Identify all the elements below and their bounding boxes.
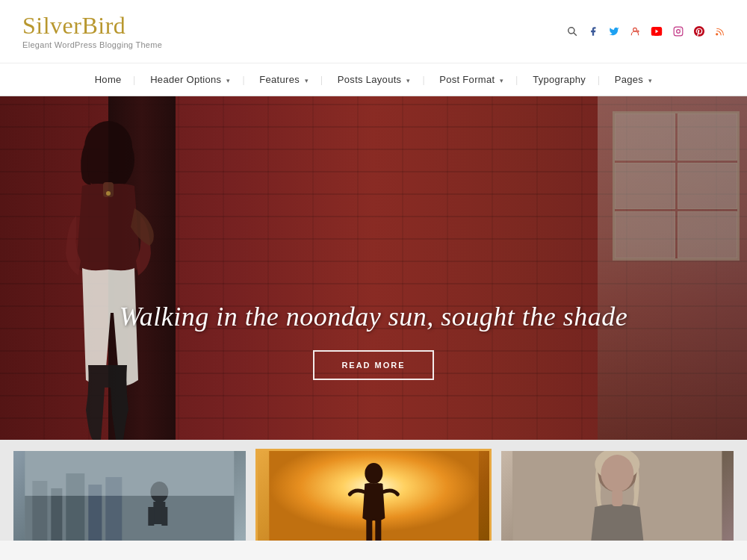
search-icon[interactable] xyxy=(567,26,577,37)
thumbnail-card-1[interactable] xyxy=(13,451,246,541)
nav-link-post-format[interactable]: Post Format ▾ xyxy=(427,63,515,96)
nav-item-header-options: Header Options ▾ xyxy=(134,63,243,96)
twitter-icon[interactable] xyxy=(609,26,619,37)
pinterest-icon[interactable] xyxy=(694,26,704,37)
youtube-icon[interactable] xyxy=(651,27,663,36)
svg-point-0 xyxy=(568,28,574,34)
window-pane xyxy=(678,163,738,210)
nav-item-pages: Pages ▾ xyxy=(598,63,664,96)
svg-point-6 xyxy=(677,30,681,34)
window-pane xyxy=(678,211,738,258)
thumb-image-1 xyxy=(13,451,246,541)
svg-point-7 xyxy=(681,28,681,29)
chevron-down-icon: ▾ xyxy=(406,77,410,84)
thumbnail-card-3[interactable] xyxy=(501,451,734,541)
hero-window xyxy=(598,96,747,440)
nav-item-typography: Typography xyxy=(516,63,598,96)
svg-rect-22 xyxy=(161,507,167,526)
window-pane xyxy=(615,211,675,258)
svg-rect-28 xyxy=(375,518,381,541)
window-pane xyxy=(678,113,738,161)
nav-item-posts-layouts: Posts Layouts ▾ xyxy=(320,63,422,96)
site-tagline: Elegant WordPress Blogging Theme xyxy=(22,40,162,49)
nav-item-post-format: Post Format ▾ xyxy=(423,63,516,96)
chevron-down-icon: ▾ xyxy=(500,77,503,84)
svg-rect-27 xyxy=(366,518,372,541)
nav-link-features[interactable]: Features ▾ xyxy=(247,63,320,96)
thumb-image-2 xyxy=(258,451,490,541)
site-branding: SilverBird Elegant WordPress Blogging Th… xyxy=(22,13,162,49)
site-title: SilverBird xyxy=(22,13,162,37)
nav-link-typography[interactable]: Typography xyxy=(521,63,598,96)
nav-item-home: Home xyxy=(83,63,134,96)
nav-link-home[interactable]: Home xyxy=(83,63,134,96)
hero-content: Walking in the noonday sun, sought the s… xyxy=(0,301,747,380)
svg-point-10 xyxy=(84,121,132,173)
svg-rect-5 xyxy=(674,27,683,36)
hero-section: Walking in the noonday sun, sought the s… xyxy=(0,96,747,440)
read-more-button[interactable]: READ MORE xyxy=(313,350,433,380)
site-header: SilverBird Elegant WordPress Blogging Th… xyxy=(0,0,747,63)
chevron-down-icon: ▾ xyxy=(305,77,309,84)
svg-rect-15 xyxy=(51,488,62,541)
chevron-down-icon: ▾ xyxy=(648,77,652,84)
svg-point-33 xyxy=(601,455,634,492)
facebook-icon[interactable] xyxy=(588,26,598,37)
hero-background: Walking in the noonday sun, sought the s… xyxy=(0,96,747,440)
chevron-down-icon: ▾ xyxy=(226,77,230,84)
window-pane xyxy=(615,163,675,210)
main-navigation: Home Header Options ▾ Features ▾ Posts L… xyxy=(0,63,747,96)
hero-figure-svg xyxy=(30,119,194,440)
svg-rect-23 xyxy=(25,451,234,496)
nav-list: Home Header Options ▾ Features ▾ Posts L… xyxy=(83,63,665,96)
nav-item-features: Features ▾ xyxy=(243,63,321,96)
thumb-image-3 xyxy=(501,451,734,541)
social-icons-bar xyxy=(567,26,725,37)
window-pane xyxy=(615,113,675,161)
svg-rect-21 xyxy=(148,507,154,526)
nav-link-posts-layouts[interactable]: Posts Layouts ▾ xyxy=(326,63,423,96)
hero-title: Walking in the noonday sun, sought the s… xyxy=(120,301,628,332)
google-plus-icon[interactable] xyxy=(630,26,640,37)
thumbnail-card-2[interactable] xyxy=(258,451,490,541)
nav-link-header-options[interactable]: Header Options ▾ xyxy=(138,63,243,96)
thumbnail-row xyxy=(0,440,747,541)
svg-line-1 xyxy=(574,33,577,36)
nav-link-pages[interactable]: Pages ▾ xyxy=(603,63,665,96)
svg-rect-34 xyxy=(613,490,623,506)
svg-point-11 xyxy=(106,191,111,196)
instagram-icon[interactable] xyxy=(673,26,684,37)
rss-icon[interactable] xyxy=(715,27,725,37)
svg-point-26 xyxy=(365,463,382,484)
hero-window-grid xyxy=(613,111,740,261)
